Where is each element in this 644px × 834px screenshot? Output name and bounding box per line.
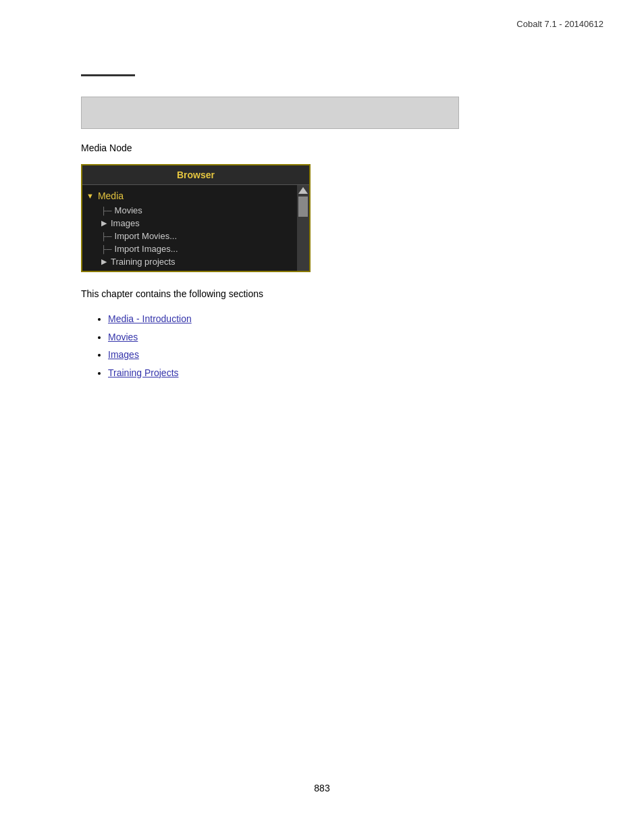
- link-movies[interactable]: Movies: [108, 332, 138, 342]
- browser-item-training-projects-label: Training projects: [111, 257, 176, 267]
- list-item-images: Images: [108, 346, 540, 364]
- page-number: 883: [314, 783, 329, 793]
- section-links-list: Media - Introduction Movies Images Train…: [81, 310, 540, 382]
- browser-item-import-images-label: Import Images...: [115, 244, 178, 254]
- browser-widget: Browser ▼ Media ├─ Movies ▶ Images: [81, 164, 311, 272]
- page-header: Cobalt 7.1 - 20140612: [516, 19, 603, 29]
- arrow-down-icon: ▼: [86, 192, 94, 200]
- arrow-right-images-icon: ▶: [101, 219, 107, 228]
- section-intro: This chapter contains the following sect…: [81, 288, 540, 299]
- arrow-right-training-icon: ▶: [101, 257, 107, 266]
- browser-scrollbar[interactable]: [297, 185, 309, 271]
- line-prefix-movies: ├─: [101, 207, 112, 215]
- link-training-projects[interactable]: Training Projects: [108, 367, 179, 378]
- browser-body: ▼ Media ├─ Movies ▶ Images ├─ Import Mov…: [82, 185, 309, 271]
- scrollbar-thumb[interactable]: [298, 197, 308, 217]
- browser-item-movies[interactable]: ├─ Movies: [82, 204, 297, 217]
- browser-item-import-movies[interactable]: ├─ Import Movies...: [82, 230, 297, 242]
- link-media-introduction[interactable]: Media - Introduction: [108, 313, 192, 324]
- list-item-movies: Movies: [108, 328, 540, 346]
- line-prefix-import-images: ├─: [101, 245, 112, 253]
- media-node-label: Media Node: [81, 142, 540, 153]
- link-images[interactable]: Images: [108, 349, 139, 360]
- browser-list: ▼ Media ├─ Movies ▶ Images ├─ Import Mov…: [82, 185, 297, 271]
- browser-item-movies-label: Movies: [115, 205, 142, 215]
- browser-header: Browser: [82, 165, 309, 185]
- browser-item-import-movies-label: Import Movies...: [115, 231, 177, 241]
- list-item-training-projects: Training Projects: [108, 364, 540, 382]
- browser-item-media[interactable]: ▼ Media: [82, 188, 297, 204]
- browser-header-text: Browser: [177, 170, 215, 180]
- line-prefix-import-movies: ├─: [101, 232, 112, 240]
- scrollbar-up-arrow[interactable]: [298, 187, 308, 194]
- browser-item-images-label: Images: [111, 218, 140, 228]
- top-rule: [81, 74, 135, 76]
- browser-item-images[interactable]: ▶ Images: [82, 217, 297, 230]
- browser-item-media-label: Media: [98, 190, 124, 201]
- image-placeholder: [81, 97, 459, 129]
- main-content: Media Node Browser ▼ Media ├─ Movies ▶: [81, 74, 540, 382]
- browser-item-import-images[interactable]: ├─ Import Images...: [82, 242, 297, 255]
- list-item-media-introduction: Media - Introduction: [108, 310, 540, 328]
- browser-item-training-projects[interactable]: ▶ Training projects: [82, 255, 297, 268]
